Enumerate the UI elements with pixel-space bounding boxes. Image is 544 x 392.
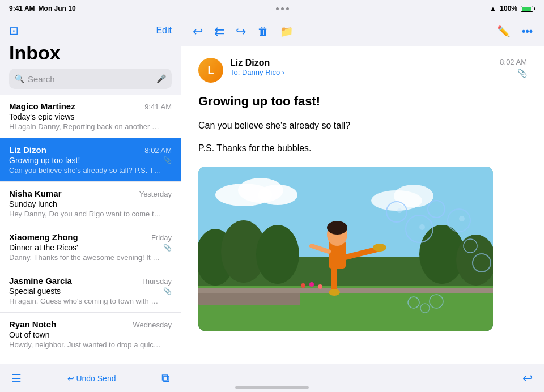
status-bar-center <box>276 7 289 10</box>
more-button[interactable]: ••• <box>522 25 533 37</box>
detail-to-name[interactable]: Danny Rico › <box>242 68 284 76</box>
email-detail: ↩ ⇇ ↪ 🗑 📁 ✏️ ••• L Liz Dizon <box>181 17 544 392</box>
svg-point-5 <box>394 185 434 207</box>
detail-time: 8:02 AM <box>500 58 527 66</box>
copy-icon[interactable]: ⧉ <box>162 372 169 385</box>
search-icon: 🔍 <box>15 74 24 83</box>
email-list-item[interactable]: Ryan Notch Wednesday Out of town Howdy, … <box>0 313 181 356</box>
svg-point-25 <box>329 289 340 296</box>
forward-button[interactable]: ↪ <box>236 24 246 39</box>
svg-point-15 <box>301 283 305 288</box>
svg-point-29 <box>419 224 425 230</box>
email-subject-detail: Growing up too fast! <box>198 94 527 109</box>
battery-icon <box>521 6 535 12</box>
toolbar-left-group: ↩ ⇇ ↪ 🗑 📁 <box>193 24 294 39</box>
detail-sender-name: Liz Dizon <box>230 58 493 68</box>
email-meta: Liz Dizon To: Danny Rico › <box>230 58 493 76</box>
email-body: Can you believe she's already so tall? P… <box>198 119 527 155</box>
sidebar-toggle-icon[interactable]: ⊡ <box>9 24 19 37</box>
svg-rect-14 <box>198 288 493 293</box>
home-indicator <box>235 386 309 389</box>
battery-pct: 100% <box>500 5 517 12</box>
svg-point-3 <box>258 185 298 205</box>
sidebar-header: ⊡ Edit <box>0 17 181 40</box>
email-list-item[interactable]: Xiaomeng Zhong Friday Dinner at the Rico… <box>0 225 181 269</box>
reply-button[interactable]: ↩ <box>193 24 203 39</box>
email-list: Magico Martinez 9:41 AM Today's epic vie… <box>0 95 181 364</box>
email-list-item[interactable]: Jasmine Garcia Thursday Special guests 📎… <box>0 269 181 313</box>
detail-toolbar: ↩ ⇇ ↪ 🗑 📁 ✏️ ••• <box>181 17 544 46</box>
status-time: 9:41 AM <box>9 5 35 12</box>
search-input[interactable] <box>28 74 153 84</box>
dot1 <box>276 7 279 10</box>
inbox-title: Inbox <box>0 40 181 69</box>
dot3 <box>286 7 289 10</box>
edit-button[interactable]: Edit <box>156 25 172 36</box>
svg-point-9 <box>256 225 299 284</box>
svg-point-17 <box>318 284 322 289</box>
status-bar-left: 9:41 AM Mon Jun 10 <box>9 5 76 12</box>
sidebar-bottom-bar: ☰ ↩ Undo Send ⧉ <box>0 364 181 392</box>
svg-point-32 <box>459 216 465 221</box>
sidebar: ⊡ Edit Inbox 🔍 🎤 Magico Martinez 9:41 AM… <box>0 17 181 392</box>
email-photo <box>198 167 493 331</box>
search-bar[interactable]: 🔍 🎤 <box>9 69 172 89</box>
email-list-item[interactable]: Magico Martinez 9:41 AM Today's epic vie… <box>0 95 181 138</box>
wifi-icon: ▲ <box>489 5 496 13</box>
svg-point-16 <box>309 282 314 287</box>
email-detail-header: L Liz Dizon To: Danny Rico › 8:02 AM 📎 <box>198 58 527 83</box>
folder-button[interactable]: 📁 <box>280 25 294 38</box>
email-list-item[interactable]: Liz Dizon 8:02 AM Growing up too fast! 📎… <box>0 138 181 182</box>
reply-all-button[interactable]: ⇇ <box>214 24 224 39</box>
svg-point-24 <box>373 244 386 252</box>
svg-point-20 <box>327 221 347 235</box>
status-bar-right: ▲ 100% <box>489 5 535 13</box>
filter-icon[interactable]: ☰ <box>11 372 22 385</box>
microphone-icon[interactable]: 🎤 <box>156 74 166 83</box>
undo-send-button[interactable]: ↩ Undo Send <box>67 374 116 383</box>
toolbar-right-group: ✏️ ••• <box>497 25 533 38</box>
status-date: Mon Jun 10 <box>39 5 76 12</box>
body-line2: P.S. Thanks for the bubbles. <box>198 142 527 155</box>
status-bar: 9:41 AM Mon Jun 10 ▲ 100% <box>0 0 544 17</box>
compose-button[interactable]: ✏️ <box>497 25 511 38</box>
email-list-item[interactable]: Nisha Kumar Yesterday Sunday lunch Hey D… <box>0 182 181 225</box>
girl-scene <box>198 167 493 331</box>
avatar: L <box>198 58 223 83</box>
body-line1: Can you believe she's already so tall? <box>198 119 527 133</box>
dot2 <box>281 7 284 10</box>
app-container: ⊡ Edit Inbox 🔍 🎤 Magico Martinez 9:41 AM… <box>0 17 544 392</box>
detail-content: L Liz Dizon To: Danny Rico › 8:02 AM 📎 G… <box>181 46 544 364</box>
reply-bottom-button[interactable]: ↩ <box>522 371 533 386</box>
svg-point-27 <box>397 208 402 213</box>
detail-to: To: Danny Rico › <box>230 68 493 76</box>
trash-button[interactable]: 🗑 <box>257 25 269 38</box>
attachment-indicator: 📎 <box>517 69 527 78</box>
